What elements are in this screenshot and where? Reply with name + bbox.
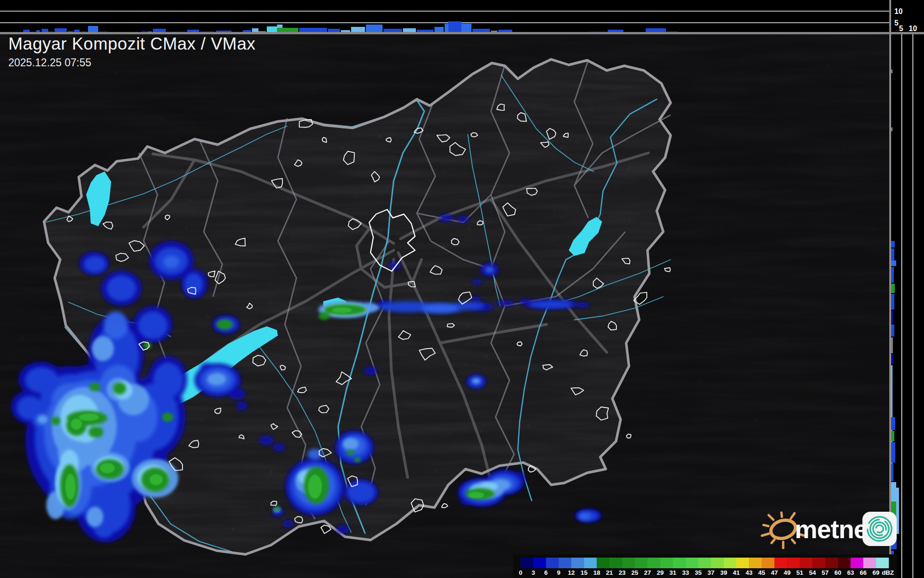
colorbar-tick-label: 9 bbox=[557, 569, 560, 576]
colorbar-tick-label: 57 bbox=[822, 569, 829, 576]
colorbar-segment bbox=[559, 558, 572, 568]
colorbar-segment bbox=[584, 558, 597, 568]
colorbar-segment bbox=[876, 558, 889, 568]
colorbar-segment bbox=[863, 558, 876, 568]
colorbar-tick-label: 23 bbox=[619, 569, 626, 576]
colorbar-segment bbox=[622, 558, 635, 568]
colorbar-segment bbox=[685, 558, 698, 568]
colorbar-tick-label: 66 bbox=[860, 569, 867, 576]
colorbar-tick-label: 31 bbox=[669, 569, 677, 576]
colorbar-tick-label: 43 bbox=[746, 569, 753, 576]
colorbar-tick-label: 15 bbox=[580, 569, 588, 576]
radar-map bbox=[0, 34, 889, 578]
side-profile-panel bbox=[891, 34, 924, 578]
colorbar-segment bbox=[800, 558, 813, 568]
title-block: Magyar Kompozit CMax / VMax 2025.12.25 0… bbox=[8, 34, 256, 69]
colorbar-tick-label: 35 bbox=[695, 569, 702, 576]
dbz-colorbar: 0369121518212325272931333537394143454749… bbox=[513, 554, 897, 578]
colorbar-segment bbox=[597, 558, 610, 568]
radar-screenshot: 10 5 5 10 036912151821232527293133353739… bbox=[0, 0, 924, 578]
colorbar-tick-label: 41 bbox=[733, 569, 740, 576]
altitude-axis-corner: 10 5 5 10 bbox=[889, 0, 924, 34]
colorbar-tick-label: 12 bbox=[568, 569, 575, 576]
colorbar-segment bbox=[825, 558, 838, 568]
colorbar-tick-label: 25 bbox=[631, 569, 639, 576]
colorbar-segment bbox=[736, 558, 749, 568]
colorbar-segment bbox=[711, 558, 724, 568]
colorbar-segment bbox=[723, 558, 736, 568]
colorbar-segment bbox=[647, 558, 660, 568]
side-axis-label-5: 5 bbox=[899, 25, 903, 32]
colorbar-tick-label: 60 bbox=[834, 569, 841, 576]
colorbar-tick-label: 21 bbox=[606, 569, 613, 576]
colorbar-tick-label: 29 bbox=[657, 569, 664, 576]
colorbar-tick-label: 49 bbox=[784, 569, 791, 576]
altitude-label-5: 5 bbox=[894, 19, 899, 27]
altitude-label-10: 10 bbox=[894, 7, 903, 15]
colorbar-unit-label: dBZ bbox=[882, 569, 894, 576]
radar-scene: 10 5 5 10 036912151821232527293133353739… bbox=[0, 0, 924, 578]
colorbar-segment bbox=[749, 558, 762, 568]
colorbar-tick-label: 0 bbox=[519, 569, 522, 576]
colorbar-segment bbox=[812, 558, 825, 568]
colorbar-segment bbox=[572, 558, 585, 568]
colorbar-segment bbox=[660, 558, 673, 568]
colorbar-tick-label: 37 bbox=[707, 569, 714, 576]
colorbar-tick-label: 47 bbox=[771, 569, 778, 576]
page-title: Magyar Kompozit CMax / VMax bbox=[8, 34, 256, 54]
colorbar-tick-label: 45 bbox=[758, 569, 766, 576]
colorbar-segment bbox=[673, 558, 686, 568]
colorbar-tick-label: 6 bbox=[544, 569, 548, 576]
colorbar-tick-label: 51 bbox=[796, 569, 804, 576]
colorbar-segment bbox=[546, 558, 559, 568]
timestamp: 2025.12.25 07:55 bbox=[8, 57, 256, 69]
colorbar-segment bbox=[774, 558, 787, 568]
colorbar-tick-label: 3 bbox=[532, 569, 535, 576]
colorbar-segment bbox=[838, 558, 851, 568]
colorbar-tick-label: 69 bbox=[873, 569, 880, 576]
colorbar-tick-label: 54 bbox=[809, 569, 817, 576]
colorbar-tick-label: 63 bbox=[847, 569, 855, 576]
colorbar-segment bbox=[610, 558, 622, 568]
colorbar-segment bbox=[533, 558, 546, 568]
colorbar-segment bbox=[787, 558, 800, 568]
colorbar-segment bbox=[635, 558, 648, 568]
colorbar-segment bbox=[521, 558, 534, 568]
colorbar-segment bbox=[698, 558, 711, 568]
colorbar-tick-label: 33 bbox=[682, 569, 690, 576]
colorbar-tick-label: 27 bbox=[644, 569, 651, 576]
top-profile-panel bbox=[0, 0, 889, 34]
colorbar-tick-label: 39 bbox=[720, 569, 727, 576]
colorbar-segment bbox=[762, 558, 775, 568]
colorbar-tick-label: 18 bbox=[593, 569, 601, 576]
side-axis-label-10: 10 bbox=[909, 25, 917, 32]
vertical-separator bbox=[889, 0, 891, 578]
colorbar-segment bbox=[850, 558, 863, 568]
